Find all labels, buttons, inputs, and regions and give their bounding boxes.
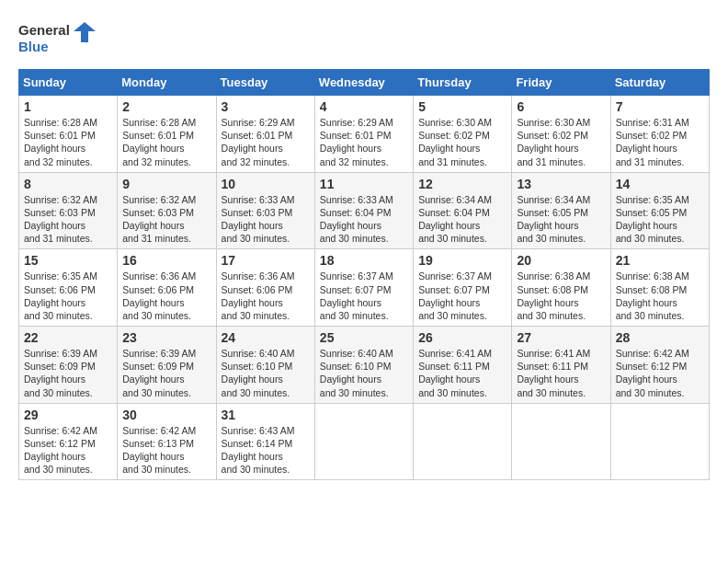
day-cell: 18Sunrise: 6:37 AMSunset: 6:07 PMDayligh…: [314, 249, 413, 327]
day-cell: 19Sunrise: 6:37 AMSunset: 6:07 PMDayligh…: [414, 249, 512, 327]
col-header-wednesday: Wednesday: [314, 70, 413, 96]
day-cell: 10Sunrise: 6:33 AMSunset: 6:03 PMDayligh…: [216, 172, 314, 249]
day-info: Sunrise: 6:30 AMSunset: 6:02 PMDaylight …: [517, 117, 590, 167]
day-cell: 21Sunrise: 6:38 AMSunset: 6:08 PMDayligh…: [610, 249, 709, 327]
day-cell: [314, 403, 413, 480]
svg-text:Blue: Blue: [18, 39, 49, 54]
day-info: Sunrise: 6:42 AMSunset: 6:12 PMDaylight …: [24, 425, 97, 476]
day-number: 3: [222, 99, 310, 114]
day-info: Sunrise: 6:35 AMSunset: 6:05 PMDaylight …: [616, 194, 689, 245]
day-number: 18: [320, 253, 408, 268]
day-number: 14: [616, 177, 704, 191]
day-number: 24: [222, 330, 310, 345]
day-cell: 9Sunrise: 6:32 AMSunset: 6:03 PMDaylight…: [118, 172, 216, 249]
logo-svg: General Blue: [18, 18, 101, 60]
day-number: 17: [222, 253, 310, 268]
day-info: Sunrise: 6:33 AMSunset: 6:04 PMDaylight …: [320, 194, 393, 245]
day-cell: 2Sunrise: 6:28 AMSunset: 6:01 PMDaylight…: [118, 96, 216, 173]
day-cell: [414, 403, 512, 480]
day-cell: 8Sunrise: 6:32 AMSunset: 6:03 PMDaylight…: [19, 172, 118, 249]
day-info: Sunrise: 6:29 AMSunset: 6:01 PMDaylight …: [320, 117, 393, 167]
calendar-table: SundayMondayTuesdayWednesdayThursdayFrid…: [18, 69, 710, 480]
day-number: 1: [24, 99, 112, 114]
day-number: 8: [24, 177, 112, 191]
week-row-2: 8Sunrise: 6:32 AMSunset: 6:03 PMDaylight…: [19, 172, 710, 249]
day-number: 25: [320, 330, 408, 345]
day-info: Sunrise: 6:33 AMSunset: 6:03 PMDaylight …: [222, 194, 295, 245]
day-number: 13: [517, 177, 605, 191]
col-header-monday: Monday: [118, 70, 216, 96]
day-info: Sunrise: 6:38 AMSunset: 6:08 PMDaylight …: [616, 270, 689, 321]
logo: General Blue: [18, 18, 101, 60]
day-info: Sunrise: 6:42 AMSunset: 6:12 PMDaylight …: [616, 348, 689, 398]
day-cell: 26Sunrise: 6:41 AMSunset: 6:11 PMDayligh…: [414, 327, 512, 404]
day-cell: 6Sunrise: 6:30 AMSunset: 6:02 PMDaylight…: [512, 96, 610, 173]
week-row-3: 15Sunrise: 6:35 AMSunset: 6:06 PMDayligh…: [19, 249, 710, 327]
day-number: 30: [122, 408, 210, 422]
day-cell: 3Sunrise: 6:29 AMSunset: 6:01 PMDaylight…: [216, 96, 314, 173]
day-cell: [610, 403, 709, 480]
day-cell: 7Sunrise: 6:31 AMSunset: 6:02 PMDaylight…: [610, 96, 709, 173]
day-number: 19: [418, 253, 506, 268]
day-info: Sunrise: 6:32 AMSunset: 6:03 PMDaylight …: [122, 194, 196, 245]
day-info: Sunrise: 6:40 AMSunset: 6:10 PMDaylight …: [222, 348, 295, 398]
day-cell: 1Sunrise: 6:28 AMSunset: 6:01 PMDaylight…: [19, 96, 118, 173]
day-info: Sunrise: 6:37 AMSunset: 6:07 PMDaylight …: [418, 270, 492, 321]
day-info: Sunrise: 6:38 AMSunset: 6:08 PMDaylight …: [517, 270, 590, 321]
day-number: 23: [122, 330, 210, 345]
day-number: 15: [24, 253, 112, 268]
col-header-tuesday: Tuesday: [216, 70, 314, 96]
day-number: 26: [418, 330, 506, 345]
svg-text:General: General: [18, 22, 70, 38]
day-info: Sunrise: 6:28 AMSunset: 6:01 PMDaylight …: [122, 117, 196, 167]
day-cell: 25Sunrise: 6:40 AMSunset: 6:10 PMDayligh…: [314, 327, 413, 404]
day-cell: 15Sunrise: 6:35 AMSunset: 6:06 PMDayligh…: [19, 249, 118, 327]
day-cell: 5Sunrise: 6:30 AMSunset: 6:02 PMDaylight…: [414, 96, 512, 173]
day-cell: 16Sunrise: 6:36 AMSunset: 6:06 PMDayligh…: [118, 249, 216, 327]
day-cell: 30Sunrise: 6:42 AMSunset: 6:13 PMDayligh…: [118, 403, 216, 480]
day-number: 29: [24, 408, 112, 422]
day-cell: 17Sunrise: 6:36 AMSunset: 6:06 PMDayligh…: [216, 249, 314, 327]
day-info: Sunrise: 6:43 AMSunset: 6:14 PMDaylight …: [222, 425, 295, 476]
page-header: General Blue: [18, 18, 710, 60]
day-info: Sunrise: 6:41 AMSunset: 6:11 PMDaylight …: [418, 348, 492, 398]
day-number: 12: [418, 177, 506, 191]
day-number: 22: [24, 330, 112, 345]
day-cell: 22Sunrise: 6:39 AMSunset: 6:09 PMDayligh…: [19, 327, 118, 404]
day-info: Sunrise: 6:37 AMSunset: 6:07 PMDaylight …: [320, 270, 393, 321]
day-info: Sunrise: 6:29 AMSunset: 6:01 PMDaylight …: [222, 117, 295, 167]
day-cell: 27Sunrise: 6:41 AMSunset: 6:11 PMDayligh…: [512, 327, 610, 404]
day-info: Sunrise: 6:35 AMSunset: 6:06 PMDaylight …: [24, 270, 97, 321]
day-info: Sunrise: 6:40 AMSunset: 6:10 PMDaylight …: [320, 348, 393, 398]
day-cell: 4Sunrise: 6:29 AMSunset: 6:01 PMDaylight…: [314, 96, 413, 173]
day-cell: 31Sunrise: 6:43 AMSunset: 6:14 PMDayligh…: [216, 403, 314, 480]
day-number: 10: [222, 177, 310, 191]
day-cell: 12Sunrise: 6:34 AMSunset: 6:04 PMDayligh…: [414, 172, 512, 249]
day-number: 4: [320, 99, 408, 114]
day-cell: 29Sunrise: 6:42 AMSunset: 6:12 PMDayligh…: [19, 403, 118, 480]
day-number: 21: [616, 253, 704, 268]
col-header-saturday: Saturday: [610, 70, 709, 96]
day-number: 5: [418, 99, 506, 114]
day-number: 31: [222, 408, 310, 422]
day-cell: 14Sunrise: 6:35 AMSunset: 6:05 PMDayligh…: [610, 172, 709, 249]
day-cell: 13Sunrise: 6:34 AMSunset: 6:05 PMDayligh…: [512, 172, 610, 249]
day-info: Sunrise: 6:34 AMSunset: 6:05 PMDaylight …: [517, 194, 590, 245]
col-header-sunday: Sunday: [19, 70, 118, 96]
day-number: 16: [122, 253, 210, 268]
week-row-4: 22Sunrise: 6:39 AMSunset: 6:09 PMDayligh…: [19, 327, 710, 404]
day-number: 9: [122, 177, 210, 191]
col-header-friday: Friday: [512, 70, 610, 96]
day-info: Sunrise: 6:36 AMSunset: 6:06 PMDaylight …: [222, 270, 295, 321]
col-header-thursday: Thursday: [414, 70, 512, 96]
day-cell: 11Sunrise: 6:33 AMSunset: 6:04 PMDayligh…: [314, 172, 413, 249]
day-cell: 28Sunrise: 6:42 AMSunset: 6:12 PMDayligh…: [610, 327, 709, 404]
day-number: 27: [517, 330, 605, 345]
week-row-5: 29Sunrise: 6:42 AMSunset: 6:12 PMDayligh…: [19, 403, 710, 480]
day-info: Sunrise: 6:41 AMSunset: 6:11 PMDaylight …: [517, 348, 590, 398]
day-info: Sunrise: 6:39 AMSunset: 6:09 PMDaylight …: [24, 348, 97, 398]
svg-marker-2: [74, 22, 96, 42]
day-info: Sunrise: 6:28 AMSunset: 6:01 PMDaylight …: [24, 117, 97, 167]
day-number: 2: [122, 99, 210, 114]
day-info: Sunrise: 6:30 AMSunset: 6:02 PMDaylight …: [418, 117, 492, 167]
